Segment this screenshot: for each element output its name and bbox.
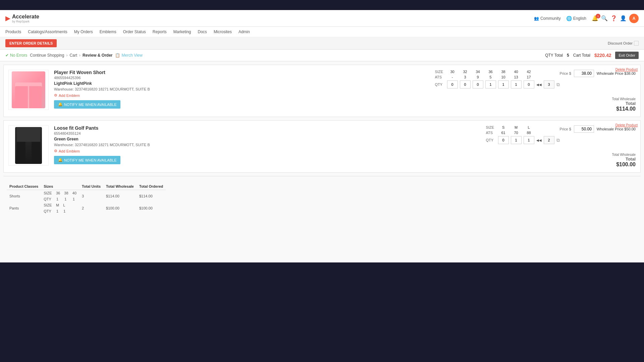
user-avatar[interactable]: A: [629, 14, 639, 23]
nav-microsites[interactable]: Microsites: [214, 28, 232, 36]
app-sub: by RepSpark: [12, 20, 39, 23]
qty-input-36[interactable]: [485, 80, 496, 88]
size-36: 36: [485, 70, 496, 74]
product-row-1: Delete Product Player Fit Woven Short 48…: [3, 65, 641, 117]
summary-header-product-classes: Product Classes: [7, 183, 41, 190]
add-emblem-link-2[interactable]: ⚙ Add Emblem: [54, 149, 477, 153]
copy-icon-2[interactable]: ⧉: [556, 137, 560, 143]
size-M: M: [511, 125, 522, 129]
nav-docs[interactable]: Docs: [198, 28, 207, 36]
add-emblem-link-1[interactable]: ⚙ Add Emblem: [54, 93, 426, 98]
exit-order-button[interactable]: Exit Order: [615, 52, 639, 59]
qty-input-42[interactable]: [524, 80, 534, 88]
product-left-1: Player Fit Woven Short 4865594425396 Lig…: [8, 70, 560, 112]
notify-btn-1[interactable]: 🔔 NOTIFY ME WHEN AVAILABLE: [54, 100, 120, 109]
language-selector[interactable]: 🌐 English: [566, 16, 586, 21]
nav-myorders[interactable]: My Orders: [74, 28, 93, 36]
qty-input-32[interactable]: [460, 80, 471, 88]
product-warehouse-1: Warehouse: 32374816820 18271 MCDURMOTT, …: [54, 87, 426, 91]
qty-total-input-2[interactable]: [544, 136, 554, 144]
nav-products[interactable]: Products: [5, 28, 21, 36]
size-header-label-1: SIZE: [435, 70, 445, 74]
size-header-row-1: SIZE 30 32 34 36 38 40 42: [435, 70, 560, 74]
nav-orderstatus[interactable]: Order Status: [123, 28, 146, 36]
qty-input-M[interactable]: [511, 136, 522, 144]
product-row-2: Delete Product Loose fit Golf Pants 6554…: [3, 120, 641, 173]
size-header-row-2: SIZE S M L: [486, 125, 560, 129]
discount-checkbox[interactable]: [634, 41, 639, 46]
nav-emblems[interactable]: Emblems: [100, 28, 116, 36]
header: ▶ Accelerate by RepSpark 👥 Community 🌐 E…: [0, 10, 644, 27]
main-content: Delete Product Player Fit Woven Short 48…: [0, 61, 644, 262]
community-link[interactable]: 👥 Community: [534, 16, 561, 21]
product-left-2: Loose fit Golf Pants 6554804355124 Green…: [8, 125, 560, 168]
qty-input-38[interactable]: [498, 80, 509, 88]
qty-arrow-1[interactable]: ◀◀: [536, 83, 542, 86]
ats-40: 13: [511, 75, 522, 79]
summary-section: Product Classes Sizes Total Units Total …: [3, 183, 641, 214]
notify-btn-2[interactable]: 🔔 NOTIFY ME WHEN AVAILABLE: [54, 156, 120, 164]
breadcrumb-bar: ✔ No Errors Continue Shopping › Cart › R…: [0, 50, 644, 61]
qty-total-value: 5: [567, 53, 569, 58]
price-input-1[interactable]: [574, 70, 594, 77]
pants-total-units: 2: [79, 202, 103, 214]
ats-label-1: ATS: [435, 75, 445, 79]
product-sku-1: 4865594425396: [54, 76, 426, 80]
shorts-total-units: 3: [79, 190, 103, 202]
enter-order-button[interactable]: ENTER ORDER DETAILS: [5, 39, 57, 47]
delete-product-1[interactable]: Delete Product: [615, 68, 638, 71]
merch-view-link[interactable]: 📋 Merch View: [115, 53, 142, 58]
product-sku-2: 6554804355124: [54, 131, 477, 135]
search-icon[interactable]: 🔍: [601, 15, 608, 21]
size-32: 32: [460, 70, 471, 74]
pants-size-header: SIZE M L: [41, 202, 79, 208]
delete-product-2[interactable]: Delete Product: [615, 123, 638, 127]
qty-input-L[interactable]: [524, 136, 534, 144]
product-details-1: Player Fit Woven Short 4865594425396 Lig…: [54, 70, 426, 112]
total-area-2: Total Wholesale Total $100.00: [560, 153, 636, 168]
qty-total-input-1[interactable]: [544, 80, 554, 88]
price-input-2[interactable]: [574, 125, 594, 133]
ats-38: 10: [498, 75, 509, 79]
size-30: 30: [447, 70, 458, 74]
ats-30: -: [447, 75, 458, 79]
product-and-price-1: Player Fit Woven Short 4865594425396 Lig…: [8, 70, 636, 112]
notify-label-1: NOTIFY ME WHEN AVAILABLE: [64, 103, 116, 107]
breadcrumb-sep-2: ›: [79, 53, 80, 58]
help-icon[interactable]: ❓: [610, 15, 617, 21]
breadcrumb-continue-shopping[interactable]: Continue Shopping: [30, 53, 64, 58]
bell-icon-2: 🔔: [58, 158, 63, 162]
qty-input-34[interactable]: [473, 80, 483, 88]
size-header-label-2: SIZE: [486, 125, 496, 129]
notification-icon[interactable]: 🔔 1: [592, 15, 598, 21]
breadcrumb-current: Review & Order: [83, 53, 112, 58]
size-38: 38: [498, 70, 509, 74]
merch-view-label: Merch View: [121, 53, 142, 58]
price-label-1: Price $: [560, 71, 571, 75]
summary-header-total-ordered: Total Ordered: [137, 183, 166, 190]
breadcrumb: Continue Shopping › Cart › Review & Orde…: [30, 53, 112, 58]
user-icon[interactable]: 👤: [620, 15, 627, 21]
nav-admin[interactable]: Admin: [238, 28, 250, 36]
ats-36: 5: [485, 75, 496, 79]
bottom-bar: [0, 262, 644, 276]
size-40: 40: [511, 70, 522, 74]
logo: ▶ Accelerate by RepSpark: [5, 14, 39, 23]
qty-input-30[interactable]: [447, 80, 458, 88]
community-label: Community: [540, 16, 561, 21]
product-warehouse-2: Warehouse: 32374816820 18271 MCDURMOTT, …: [54, 143, 477, 147]
nav-reports[interactable]: Reports: [153, 28, 167, 36]
breadcrumb-cart[interactable]: Cart: [69, 53, 77, 58]
nav-marketing[interactable]: Marketing: [173, 28, 191, 36]
summary-table: Product Classes Sizes Total Units Total …: [7, 183, 166, 214]
qty-input-40[interactable]: [511, 80, 522, 88]
copy-icon-1[interactable]: ⧉: [556, 82, 560, 87]
qty-label-2: QTY: [486, 138, 496, 142]
logo-icon: ▶: [5, 15, 10, 22]
shorts-total-wholesale: $114.00: [103, 190, 137, 202]
summary-header-total-wholesale: Total Wholesale: [103, 183, 137, 190]
wholesale-price-1: Wholesale Price $38.00: [597, 71, 636, 75]
qty-input-S[interactable]: [498, 136, 509, 144]
nav-catalogs[interactable]: Catalogs/Assortments: [28, 28, 67, 36]
qty-arrow-2[interactable]: ◀◀: [536, 138, 542, 142]
